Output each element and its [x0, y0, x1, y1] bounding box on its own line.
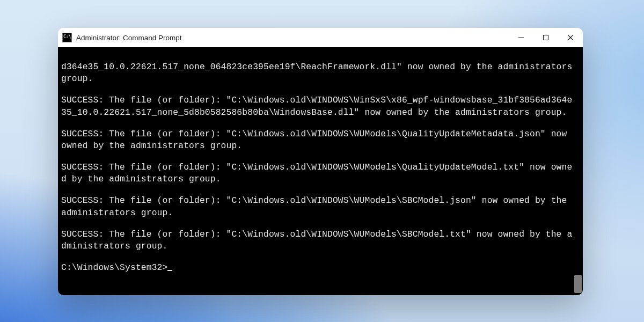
maximize-button[interactable] — [533, 28, 558, 47]
maximize-icon — [543, 34, 549, 41]
output-line: SUCCESS: The file (or folder): "C:\Windo… — [61, 162, 577, 185]
window-controls — [509, 28, 583, 47]
minimize-button[interactable] — [509, 28, 533, 47]
output-line: SUCCESS: The file (or folder): "C:\Windo… — [61, 94, 577, 118]
terminal-area[interactable]: d364e35_10.0.22621.517_none_064823ce395e… — [58, 47, 583, 295]
svg-rect-0 — [544, 35, 548, 40]
output-line: SUCCESS: The file (or folder): "C:\Windo… — [61, 195, 577, 218]
command-prompt-window: Administrator: Command Prompt d364e35_10… — [58, 28, 583, 295]
output-line: d364e35_10.0.22621.517_none_064823ce395e… — [61, 61, 577, 85]
output-line: SUCCESS: The file (or folder): "C:\Windo… — [61, 128, 577, 152]
close-icon — [567, 34, 574, 41]
window-title: Administrator: Command Prompt — [76, 34, 182, 42]
cursor — [167, 270, 172, 272]
scrollbar-thumb[interactable] — [574, 275, 582, 293]
output-line: SUCCESS: The file (or folder): "C:\Windo… — [61, 229, 577, 252]
minimize-icon — [518, 34, 524, 41]
cmd-icon — [62, 33, 72, 42]
terminal-output[interactable]: d364e35_10.0.22621.517_none_064823ce395e… — [58, 47, 583, 295]
prompt-text: C:\Windows\System32> — [61, 262, 167, 273]
titlebar[interactable]: Administrator: Command Prompt — [58, 28, 583, 47]
vertical-scrollbar[interactable] — [574, 48, 582, 294]
prompt-line: C:\Windows\System32> — [61, 262, 172, 273]
close-button[interactable] — [558, 28, 583, 47]
